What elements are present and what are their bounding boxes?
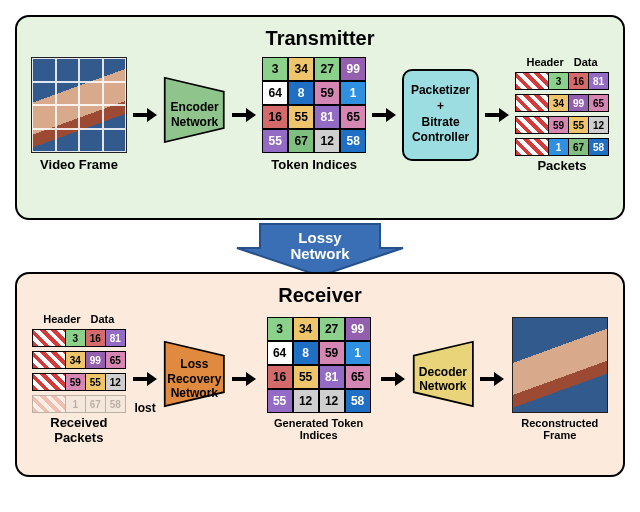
generated-token-grid: 33427996485911655816555121258 xyxy=(267,317,371,413)
packet-cell: 3 xyxy=(66,329,86,347)
arrow-icon xyxy=(480,372,504,386)
token-cell: 81 xyxy=(314,105,340,129)
video-frame-label: Video Frame xyxy=(40,157,118,172)
video-frame xyxy=(31,57,127,153)
packet-row: 31681 xyxy=(32,329,126,347)
token-cell: 8 xyxy=(293,341,319,365)
packet-cell: 55 xyxy=(569,116,589,134)
packet-row: 16758 xyxy=(515,138,609,156)
token-cell: 64 xyxy=(267,341,293,365)
video-frame-block: Video Frame xyxy=(31,57,127,172)
generated-tokens-block: 33427996485911655816555121258 Generated … xyxy=(262,317,375,441)
packet-cell: 16 xyxy=(86,329,106,347)
decoder-label: Decoder Network xyxy=(412,340,475,418)
packet-cell: 65 xyxy=(106,351,126,369)
packet-cell: 59 xyxy=(549,116,569,134)
transmitter-title: Transmitter xyxy=(31,27,609,50)
packet-cell: 81 xyxy=(106,329,126,347)
lost-label: lost xyxy=(134,401,155,415)
packet-cell: 99 xyxy=(569,94,589,112)
header-col-label: Header xyxy=(43,313,80,325)
packet-header xyxy=(515,94,549,112)
data-col-label: Data xyxy=(574,56,598,68)
receiver-row: Header Data 3168134996559551216758lost R… xyxy=(31,313,609,445)
packets-list: 3168134996559551216758 xyxy=(515,72,609,156)
generated-tokens-label: Generated Token Indices xyxy=(262,417,375,441)
header-col-label: Header xyxy=(526,56,563,68)
token-cell: 8 xyxy=(288,81,314,105)
token-cell: 34 xyxy=(293,317,319,341)
token-cell: 55 xyxy=(288,105,314,129)
loss-recovery-network: Loss Recovery Network xyxy=(163,340,226,418)
arrow-icon xyxy=(133,372,157,386)
packet-cell: 12 xyxy=(106,373,126,391)
token-cell: 81 xyxy=(319,365,345,389)
arrow-icon xyxy=(133,108,157,122)
decoder-network: Decoder Network xyxy=(412,340,475,418)
token-cell: 67 xyxy=(288,129,314,153)
encoder-label: Encoder Network xyxy=(163,76,226,154)
packet-cell: 34 xyxy=(66,351,86,369)
arrow-icon xyxy=(485,108,509,122)
token-cell: 59 xyxy=(319,341,345,365)
token-cell: 65 xyxy=(340,105,366,129)
packet-cell: 58 xyxy=(106,395,126,413)
packet-cell: 58 xyxy=(589,138,609,156)
packet-row: 31681 xyxy=(515,72,609,90)
data-col-label: Data xyxy=(91,313,115,325)
received-packets-list: 3168134996559551216758lost xyxy=(32,329,126,413)
packet-header xyxy=(32,373,66,391)
token-cell: 59 xyxy=(314,81,340,105)
packet-row: 595512 xyxy=(32,373,126,391)
packet-cell: 99 xyxy=(86,351,106,369)
token-cell: 3 xyxy=(267,317,293,341)
packet-cell: 1 xyxy=(549,138,569,156)
token-cell: 16 xyxy=(267,365,293,389)
token-cell: 99 xyxy=(340,57,366,81)
packet-cell: 65 xyxy=(589,94,609,112)
packetizer-box: Packetizer + Bitrate Controller xyxy=(402,69,478,161)
transmitter-row: Video Frame Encoder Network 334279964859… xyxy=(31,56,609,173)
token-cell: 58 xyxy=(340,129,366,153)
packet-row: 349965 xyxy=(515,94,609,112)
token-cell: 34 xyxy=(288,57,314,81)
packet-row: 16758 xyxy=(32,395,126,413)
token-cell: 1 xyxy=(340,81,366,105)
reconstructed-frame-block: Reconstructed Frame xyxy=(511,317,609,441)
packet-cell: 3 xyxy=(549,72,569,90)
token-indices-label: Token Indices xyxy=(271,157,357,172)
receiver-panel: Receiver Header Data 3168134996559551216… xyxy=(15,272,625,477)
token-cell: 27 xyxy=(319,317,345,341)
packet-header xyxy=(515,138,549,156)
encoder-network: Encoder Network xyxy=(163,76,226,154)
token-cell: 55 xyxy=(262,129,288,153)
frame-grid-overlay xyxy=(32,58,126,152)
packet-header xyxy=(32,395,66,413)
packet-cell: 12 xyxy=(589,116,609,134)
receiver-title: Receiver xyxy=(31,284,609,307)
token-cell: 64 xyxy=(262,81,288,105)
token-cell: 12 xyxy=(293,389,319,413)
packet-cell: 34 xyxy=(549,94,569,112)
packet-cell: 1 xyxy=(66,395,86,413)
received-packets-label: Received Packets xyxy=(31,415,127,445)
rx-packets-column-labels: Header Data xyxy=(43,313,114,325)
lossy-network-arrow: Lossy Network xyxy=(235,222,405,278)
token-cell: 12 xyxy=(319,389,345,413)
token-cell: 65 xyxy=(345,365,371,389)
token-cell: 3 xyxy=(262,57,288,81)
arrow-icon xyxy=(232,372,256,386)
packet-row: 595512 xyxy=(515,116,609,134)
token-cell: 99 xyxy=(345,317,371,341)
packet-cell: 67 xyxy=(569,138,589,156)
lossy-network-label: Lossy Network xyxy=(235,222,405,278)
packet-cell: 55 xyxy=(86,373,106,391)
packet-row: 349965 xyxy=(32,351,126,369)
reconstructed-frame-label: Reconstructed Frame xyxy=(511,417,609,441)
reconstructed-frame xyxy=(512,317,608,413)
token-indices-block: 33427996485911655816555671258 Token Indi… xyxy=(262,57,366,172)
packet-cell: 67 xyxy=(86,395,106,413)
packet-cell: 16 xyxy=(569,72,589,90)
packet-header xyxy=(515,116,549,134)
packet-header xyxy=(32,329,66,347)
